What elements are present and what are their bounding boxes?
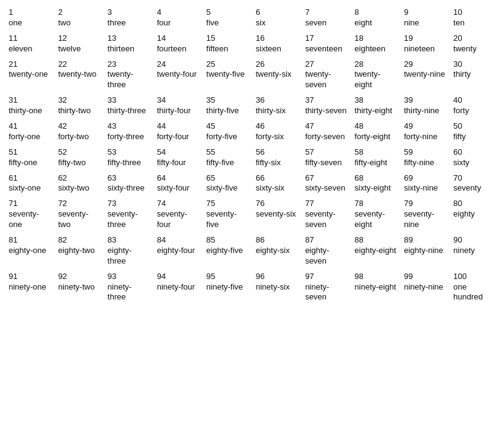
number-value: 87 — [305, 235, 347, 246]
list-item: 65sixty-five — [203, 171, 252, 197]
number-word: three — [108, 18, 150, 28]
number-word: fifty-one — [9, 158, 51, 168]
number-value: 54 — [157, 147, 199, 158]
number-value: 70 — [453, 173, 495, 184]
list-item: 76seventy-six — [252, 196, 302, 233]
list-item: 12twelve — [54, 31, 104, 57]
number-word: thirty-eight — [354, 106, 396, 116]
list-item: 23twenty-three — [104, 57, 153, 93]
number-word: sixty-one — [9, 183, 51, 194]
number-word: sixty-two — [58, 183, 100, 194]
list-item: 42forty-two — [54, 119, 104, 145]
number-word: eighty-nine — [404, 246, 446, 256]
number-value: 34 — [157, 95, 199, 106]
number-value: 23 — [108, 59, 150, 70]
list-item: 80eighty — [450, 196, 499, 233]
list-item: 20twenty — [450, 31, 499, 57]
number-value: 69 — [404, 173, 446, 184]
list-item: 78seventy-eight — [351, 196, 400, 233]
number-value: 20 — [453, 33, 495, 44]
number-word: one — [9, 18, 51, 28]
number-value: 38 — [354, 95, 396, 106]
number-word: forty-nine — [404, 132, 446, 142]
number-value: 45 — [207, 121, 249, 132]
list-item: 54fifty-four — [153, 145, 203, 171]
number-word: seventy-four — [157, 209, 199, 230]
number-value: 58 — [354, 147, 396, 158]
list-item: 34thirty-four — [153, 93, 203, 119]
number-value: 94 — [157, 272, 199, 282]
number-value: 10 — [453, 7, 495, 18]
number-word: fifty-two — [58, 158, 100, 168]
number-value: 71 — [9, 199, 51, 209]
number-word: twenty-seven — [305, 69, 347, 90]
number-word: fifty-five — [207, 158, 249, 168]
list-item: 31thirty-one — [5, 93, 54, 119]
number-value: 95 — [207, 272, 249, 282]
number-value: 6 — [256, 7, 298, 18]
number-word: eighty-eight — [354, 246, 396, 256]
list-item: 57fifty-seven — [301, 145, 351, 171]
number-word: eighty-two — [58, 246, 100, 256]
list-item: 92ninety-two — [54, 269, 104, 306]
list-item: 93ninety-three — [104, 269, 153, 306]
number-word: seven — [305, 18, 347, 28]
number-value: 66 — [256, 173, 298, 184]
number-value: 46 — [256, 121, 298, 132]
list-item: 74seventy-four — [153, 196, 203, 233]
list-item: 2two — [54, 5, 104, 31]
list-item: 55fifty-five — [203, 145, 252, 171]
number-word: forty-seven — [305, 132, 347, 142]
number-value: 37 — [305, 95, 347, 106]
number-word: thirty-four — [157, 106, 199, 116]
number-word: seventy-eight — [354, 209, 396, 230]
list-item: 41forty-one — [5, 119, 54, 145]
number-value: 75 — [207, 199, 249, 209]
list-item: 11eleven — [5, 31, 54, 57]
list-item: 60sixty — [450, 145, 499, 171]
number-word: thirty-nine — [404, 106, 446, 116]
number-word: nine — [404, 18, 446, 28]
number-word: thirty-one — [9, 106, 51, 116]
number-value: 60 — [453, 147, 495, 158]
number-word: thirty-five — [207, 106, 249, 116]
list-item: 68sixty-eight — [351, 171, 400, 197]
number-word: twenty-two — [58, 69, 100, 80]
list-item: 6six — [252, 5, 302, 31]
number-word: ninety-three — [108, 282, 150, 303]
list-item: 62sixty-two — [54, 171, 104, 197]
list-item: 81eighty-one — [5, 233, 54, 269]
list-item: 83eighty-three — [104, 233, 153, 269]
number-value: 16 — [256, 33, 298, 44]
number-value: 26 — [256, 59, 298, 70]
list-item: 85eighty-five — [203, 233, 252, 269]
list-item: 37thirty-seven — [301, 93, 351, 119]
list-item: 70seventy — [450, 171, 499, 197]
list-item: 24twenty-four — [153, 57, 203, 93]
number-value: 68 — [354, 173, 396, 184]
list-item: 25twenty-five — [203, 57, 252, 93]
list-item: 53fifty-three — [104, 145, 153, 171]
number-value: 33 — [108, 95, 150, 106]
number-value: 15 — [207, 33, 249, 44]
number-word: forty-five — [207, 132, 249, 142]
number-value: 24 — [157, 59, 199, 70]
number-value: 7 — [305, 7, 347, 18]
list-item: 33thirty-three — [104, 93, 153, 119]
number-value: 65 — [207, 173, 249, 184]
number-value: 31 — [9, 95, 51, 106]
number-value: 8 — [354, 7, 396, 18]
number-word: sixty-six — [256, 183, 298, 194]
number-word: eleven — [9, 44, 51, 54]
number-value: 91 — [9, 272, 51, 282]
number-word: sixty-three — [108, 183, 150, 194]
number-word: seventy-five — [207, 209, 249, 230]
number-value: 43 — [108, 121, 150, 132]
number-word: ninety-six — [256, 282, 298, 293]
list-item: 98ninety-eight — [351, 269, 400, 306]
list-item: 56fifty-six — [252, 145, 302, 171]
list-item: 94ninety-four — [153, 269, 203, 306]
list-item: 16sixteen — [252, 31, 302, 57]
number-word: seventy-one — [9, 209, 51, 230]
number-word: forty-eight — [354, 132, 396, 142]
